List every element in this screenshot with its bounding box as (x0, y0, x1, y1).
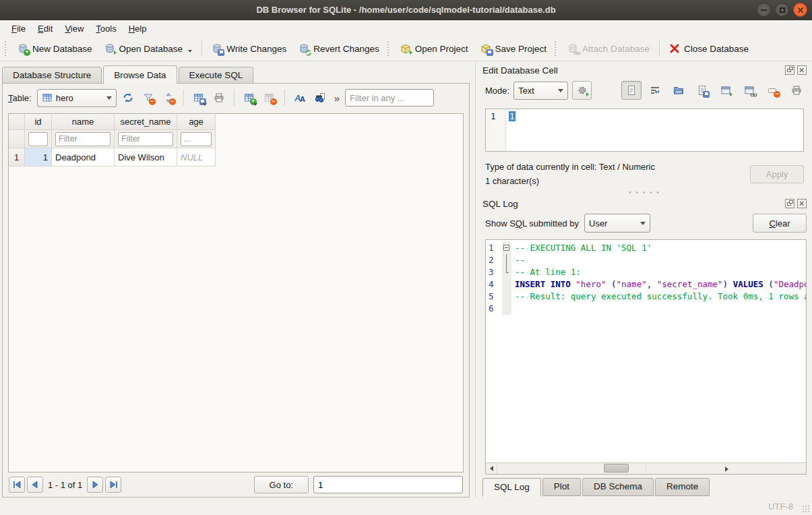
toolbar-overflow-chevron[interactable]: » (332, 92, 342, 104)
apply-button[interactable]: Apply (750, 165, 804, 183)
save-project-button[interactable]: Save Project (474, 40, 553, 57)
word-wrap-button[interactable] (645, 81, 665, 100)
sql-log-title: SQL Log (482, 199, 518, 209)
column-header-secret-name[interactable]: secret_name (115, 114, 177, 130)
minimize-icon (761, 9, 767, 11)
bottom-tab-plot[interactable]: Plot (542, 478, 581, 496)
minimize-button[interactable] (757, 3, 771, 17)
new-database-button[interactable]: +New Database (11, 40, 98, 57)
menu-view[interactable]: View (59, 22, 90, 36)
filter-input-age[interactable] (181, 132, 212, 146)
column-header-name[interactable]: name (52, 114, 115, 130)
delete-record-button: − (261, 89, 278, 107)
apply-format-button[interactable] (572, 81, 592, 100)
panel-splitter[interactable]: • • • • • (482, 188, 807, 196)
revert-changes-icon (299, 43, 309, 54)
tab-database-structure[interactable]: Database Structure (2, 67, 102, 84)
filter-input-name[interactable] (55, 132, 111, 146)
filter-input-id[interactable] (28, 132, 48, 146)
write-changes-label: Write Changes (226, 44, 286, 54)
cell-secret-name[interactable]: Dive Wilson (115, 148, 177, 166)
submitted-by-select[interactable]: User (584, 214, 650, 233)
insert-record-button[interactable]: + (241, 89, 258, 107)
export-table-button[interactable] (190, 89, 208, 107)
open-external-button[interactable] (716, 81, 736, 100)
fold-corner (506, 266, 507, 272)
scrollbar-track[interactable] (497, 463, 646, 474)
import-data-button[interactable] (668, 81, 689, 100)
font-settings-button[interactable]: AA (291, 89, 309, 107)
tab-browse-data[interactable]: Browse Data (103, 65, 177, 84)
bottom-tab-db-schema[interactable]: DB Schema (582, 478, 654, 496)
right-arrow-icon (725, 466, 728, 472)
cell-editor[interactable]: 1 1 (485, 109, 804, 152)
export-data-button[interactable] (692, 81, 712, 100)
menu-edit[interactable]: Edit (32, 22, 59, 36)
token-plain: ) (723, 279, 733, 289)
open-database-button[interactable]: Open Database (98, 40, 199, 57)
cell-type-info: Type of data currently in cell: Text / N… (485, 160, 804, 188)
clear-log-button[interactable]: Clear (753, 214, 807, 233)
toolbar-separator (183, 90, 184, 106)
horizontal-scrollbar[interactable] (486, 462, 806, 474)
goto-button[interactable]: Go to: (254, 476, 309, 493)
table-select[interactable]: hero (37, 89, 117, 107)
column-header-id[interactable]: id (25, 114, 52, 130)
table-row: 11DeadpondDive WilsonNULL (9, 148, 463, 166)
open-project-button[interactable]: Open Project (394, 40, 474, 57)
open-link-button[interactable] (739, 81, 759, 100)
clear-filters-button[interactable]: − (139, 89, 157, 107)
refresh-table-button[interactable] (119, 89, 137, 107)
resize-grip[interactable] (802, 505, 810, 513)
clear-sorting-button[interactable]: − (160, 89, 177, 107)
filter-corner-cell (9, 130, 25, 148)
close-icon (797, 7, 804, 13)
menu-file[interactable]: File (5, 22, 32, 36)
close-panel-button[interactable]: ✕ (797, 199, 807, 208)
column-header-age[interactable]: age (177, 114, 216, 130)
sql-log-editor[interactable]: 1-- EXECUTING ALL IN 'SQL 1'2--3-- At li… (485, 239, 807, 475)
float-panel-button[interactable] (785, 199, 794, 208)
cell-id[interactable]: 1 (25, 148, 52, 166)
revert-changes-button[interactable]: Revert Changes (292, 40, 385, 57)
filter-input-secret-name[interactable] (118, 132, 173, 146)
mode-select[interactable]: Text (513, 82, 568, 100)
log-line-number: 5 (486, 291, 502, 303)
close-panel-button[interactable]: ✕ (797, 65, 807, 75)
write-changes-button[interactable]: Write Changes (206, 40, 292, 57)
find-in-table-icon (315, 92, 325, 103)
scroll-right-button[interactable] (646, 463, 807, 474)
cell-age[interactable]: NULL (177, 148, 216, 166)
filter-any-column-input[interactable] (345, 89, 434, 107)
last-record-button[interactable] (105, 477, 121, 493)
title-bar: DB Browser for SQLite - /home/user/code/… (0, 0, 812, 20)
goto-input[interactable] (313, 476, 463, 493)
menu-tools[interactable]: Tools (90, 22, 122, 36)
sql-log-dock-header: SQL Log ✕ (482, 196, 807, 211)
print-cell-button[interactable] (786, 81, 807, 100)
close-panel-icon: ✕ (799, 66, 805, 75)
float-icon-2 (789, 67, 793, 70)
float-panel-button[interactable] (785, 65, 794, 75)
menu-help[interactable]: Help (123, 22, 153, 36)
maximize-button[interactable] (775, 3, 789, 17)
print-table-button[interactable] (210, 89, 228, 107)
next-record-button[interactable] (87, 477, 103, 493)
grid-filter-row (9, 130, 463, 148)
text-document-button[interactable] (621, 81, 642, 100)
previous-record-button[interactable] (27, 477, 43, 493)
scroll-left-button[interactable] (486, 463, 497, 474)
gear-icon (577, 85, 588, 96)
set-null-button[interactable]: − (763, 81, 783, 100)
bottom-tab-remote[interactable]: Remote (655, 478, 710, 496)
close-button[interactable] (793, 3, 807, 17)
first-record-button[interactable] (9, 477, 25, 493)
close-database-button[interactable]: Close Database (663, 40, 755, 57)
bottom-tab-sql-log[interactable]: SQL Log (482, 478, 541, 497)
find-in-table-button[interactable] (311, 89, 329, 107)
fold-collapse-icon[interactable] (503, 245, 509, 251)
cell-name[interactable]: Deadpond (52, 148, 115, 166)
scrollbar-thumb[interactable] (604, 464, 629, 473)
fold-margin[interactable] (502, 242, 511, 254)
tab-execute-sql[interactable]: Execute SQL (179, 67, 254, 84)
